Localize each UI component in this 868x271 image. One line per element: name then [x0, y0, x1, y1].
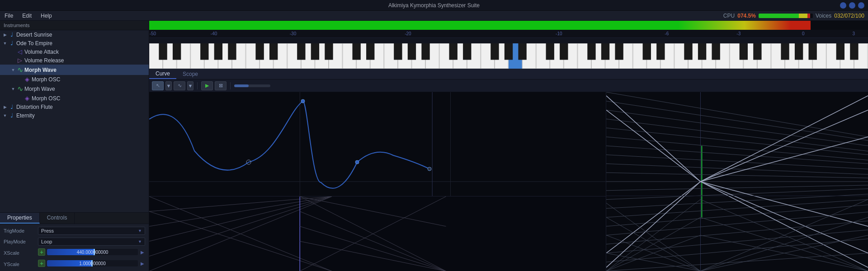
trigmode-value[interactable]: Press ▼ — [38, 227, 145, 235]
arrow-ode-to-empire: ▼ — [2, 41, 8, 46]
tree-item-morph-wave-1[interactable]: ▼ ∿ Morph Wave — [0, 65, 149, 75]
voices-value: 032/072/100 — [834, 13, 864, 19]
cpu-meter-yellow — [799, 14, 807, 18]
tree-item-morph-wave-2[interactable]: ▼ ∿ Morph Wave — [0, 84, 149, 94]
menu-help[interactable]: Help — [36, 12, 57, 20]
level-meter — [149, 21, 868, 30]
ruler-tick-3: -3 — [736, 31, 741, 36]
tree-item-desert-sunrise[interactable]: ▶ ♩ Desert Sunrise — [0, 30, 149, 39]
menubar: File Edit Help CPU 074.5% Voices 032/072… — [0, 11, 868, 21]
xscale-slider[interactable]: 440.000000000 — [47, 249, 138, 255]
curve-toolbar: ↖ ▼ ∿ ▼ ▶ ⊠ — [149, 79, 868, 92]
yscale-plus-btn[interactable]: + — [38, 260, 45, 267]
ruler-tick-0: 0 — [802, 31, 805, 36]
tab-properties[interactable]: Properties — [0, 213, 40, 224]
svg-line-55 — [700, 137, 868, 182]
ruler-tick-10: -10 — [556, 31, 562, 36]
yscale-right-arrow[interactable]: ▶ — [140, 260, 145, 267]
toolbar-sep-1 — [197, 82, 198, 89]
cpu-meter — [759, 14, 813, 18]
tree-item-morph-osc-1[interactable]: ◈ Morph OSC — [0, 75, 149, 84]
menu-edit[interactable]: Edit — [18, 12, 36, 20]
ruler-tick-3p: 3 — [852, 31, 855, 36]
app-title: Alkimiya Kymorphia Synthesizer Suite — [388, 2, 480, 9]
svg-line-15 — [149, 196, 332, 226]
bottom-strip-svg — [149, 196, 606, 271]
ruler-tick-20: -20 — [405, 31, 411, 36]
main-area: Instruments ▶ ♩ Desert Sunrise ▼ ♩ Ode T… — [0, 21, 868, 271]
svg-line-22 — [300, 226, 446, 271]
ruler-tick-6: -6 — [665, 31, 669, 36]
ruler-tick-50: -50 — [150, 31, 156, 36]
svg-point-5 — [301, 99, 305, 103]
svg-point-7 — [428, 167, 431, 171]
toolbar-wave-dropdown[interactable]: ▼ — [187, 81, 193, 90]
svg-line-29 — [606, 101, 868, 140]
piano-roll[interactable] — [149, 43, 868, 69]
label-morph-wave-2: Morph Wave — [24, 86, 149, 92]
icon-volume-attack: ◁ — [16, 48, 24, 55]
tree-item-distortion-flute[interactable]: ▶ ♩ Distortion Flute — [0, 103, 149, 111]
voices-label: Voices — [816, 13, 831, 19]
icon-volume-release: ▷ — [16, 57, 24, 64]
tree-item-morph-osc-2[interactable]: ◈ Morph OSC — [0, 94, 149, 103]
yscale-slider[interactable]: 1.000000000 — [47, 260, 138, 266]
playmode-arrow: ▼ — [138, 239, 142, 244]
tree-item-ode-to-empire[interactable]: ▼ ♩ Ode To Empire — [0, 39, 149, 47]
toolbar-select-btn[interactable]: ↖ — [152, 81, 164, 90]
cpu-meter-green — [759, 14, 799, 18]
svg-line-37 — [606, 173, 868, 178]
svg-line-46 — [606, 230, 868, 253]
svg-line-49 — [606, 96, 700, 182]
toolbar-play-btn[interactable]: ▶ — [201, 81, 213, 90]
window-controls — [840, 2, 864, 9]
svg-line-21 — [300, 211, 446, 271]
label-distortion-flute: Distortion Flute — [15, 104, 149, 110]
yscale-value: 1.000000000 — [47, 260, 138, 266]
tree-item-volume-release[interactable]: ▷ Volume Release — [0, 56, 149, 65]
label-volume-attack: Volume Attack — [24, 49, 149, 55]
arrow-volume-attack — [10, 50, 16, 54]
arrow-morph-wave-1: ▼ — [10, 68, 16, 72]
trigmode-label: TrigMode — [4, 228, 35, 234]
curve-side-svg — [606, 92, 868, 271]
instrument-tree[interactable]: ▶ ♩ Desert Sunrise ▼ ♩ Ode To Empire ◁ V… — [0, 30, 149, 212]
svg-line-41 — [606, 194, 868, 209]
svg-line-40 — [606, 189, 868, 200]
maximize-icon[interactable] — [849, 2, 855, 9]
svg-line-39 — [606, 185, 868, 191]
toolbar-loop-btn[interactable]: ⊠ — [215, 81, 226, 90]
tab-scope[interactable]: Scope — [176, 70, 204, 79]
xscale-right-arrow[interactable]: ▶ — [140, 249, 145, 256]
label-desert-sunrise: Desert Sunrise — [15, 32, 149, 38]
tab-curve[interactable]: Curve — [149, 69, 176, 79]
curve-side-panel[interactable] — [606, 92, 868, 271]
label-morph-osc-1: Morph OSC — [31, 76, 149, 83]
curve-main-area[interactable] — [149, 92, 606, 271]
playmode-value[interactable]: Loop ▼ — [38, 238, 145, 246]
cpu-value: 074.5% — [737, 13, 756, 19]
close-icon[interactable] — [858, 2, 864, 9]
menu-file[interactable]: File — [0, 12, 18, 20]
icon-morph-osc-1: ◈ — [24, 76, 31, 83]
trigmode-arrow: ▼ — [138, 229, 142, 233]
toolbar-dropdown-arrow[interactable]: ▼ — [165, 81, 172, 90]
tab-controls[interactable]: Controls — [40, 213, 75, 224]
svg-line-36 — [606, 164, 868, 174]
svg-line-48 — [606, 253, 868, 271]
bottom-strip[interactable] — [149, 196, 606, 271]
xscale-row: XScale + 440.000000000 ▶ — [4, 248, 145, 257]
label-morph-wave-1: Morph Wave — [24, 67, 149, 73]
svg-line-23 — [300, 241, 446, 271]
xscale-plus-btn[interactable]: + — [38, 248, 45, 256]
svg-line-52 — [606, 182, 700, 267]
toolbar-slider[interactable] — [234, 84, 270, 87]
tree-item-volume-attack[interactable]: ◁ Volume Attack — [0, 47, 149, 56]
toolbar-wave-btn[interactable]: ∿ — [174, 81, 185, 90]
xscale-label: XScale — [4, 248, 35, 256]
playmode-row: PlayMode Loop ▼ — [4, 238, 145, 246]
arrow-distortion-flute: ▶ — [2, 105, 8, 109]
minimize-icon[interactable] — [840, 2, 846, 9]
svg-line-63 — [606, 253, 700, 271]
tree-item-eternity[interactable]: ▼ ♩ Eternity — [0, 111, 149, 120]
